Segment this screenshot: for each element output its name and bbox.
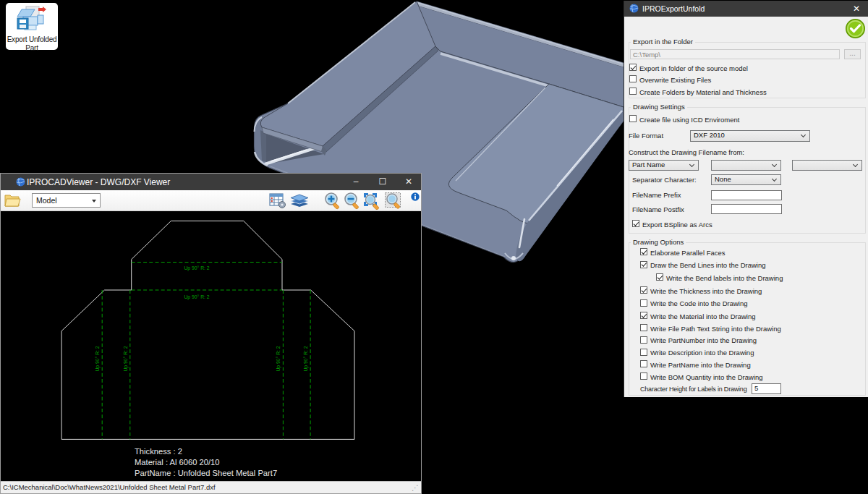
checkbox-option-9[interactable] [640,360,647,367]
postfix-label: FileName Postfix [632,205,684,213]
svg-text:Up 90° R: 2: Up 90° R: 2 [303,346,309,371]
svg-text:Up 90° R: 2: Up 90° R: 2 [123,346,129,371]
dialog-title: IPROExportUnfold [642,4,705,13]
checkbox-option-5[interactable] [640,312,647,319]
viewer-maximize-button[interactable]: ☐ [372,174,393,190]
separator-combo[interactable]: None [711,174,781,185]
export-unfold-dialog: IPROExportUnfold ✕ Export in the Folder … [624,1,868,397]
checkbox-label: Create Folders by Material and Thickness [639,88,767,96]
prefix-input[interactable] [711,190,782,200]
checkbox-option-8[interactable] [640,349,647,356]
checkbox-option-label: Draw the Bend Lines into the Drawing [650,261,765,269]
viewer-minimize-button[interactable]: – [345,174,367,190]
checkbox-option-label: Write PartNumber into the Drawing [650,336,757,344]
checkbox-option-3[interactable] [640,286,647,294]
dialog-titlebar[interactable]: IPROExportUnfold ✕ [624,1,868,17]
checkbox-option-label: Write PartName into the Drawing [650,361,751,369]
svg-text:Up 90° R: 2: Up 90° R: 2 [184,265,209,271]
table-settings-icon[interactable] [268,192,286,209]
zoom-dynamic-icon[interactable] [362,192,383,210]
prefix-label: FileName Prefix [632,191,681,199]
export-unfolded-part-button[interactable]: Export Unfolded Part [6,3,58,50]
svg-text:PartName : Unfolded Sheet Meta: PartName : Unfolded Sheet Metal Part7 [135,469,277,477]
checkbox-option-7[interactable] [640,336,647,344]
checkbox-label: Export BSpline as Arcs [642,221,712,229]
file-format-value: DXF 2010 [694,131,725,139]
confirm-button[interactable] [846,19,865,38]
chevron-down-icon [772,161,777,166]
checkbox-option-6[interactable] [640,324,647,331]
export-path-field[interactable]: C:\Temp\ [630,49,840,59]
zoom-window-icon[interactable] [384,192,404,210]
chevron-down-icon [689,161,694,166]
dialog-close-button[interactable]: ✕ [845,1,868,17]
checkbox-icd-environment[interactable] [629,115,637,122]
drawing-options-group-label: Drawing Options [631,238,686,246]
viewer-toolbar: Model [1,190,421,211]
viewer-statusbar: C:\ICMechanical\Doc\WhatNews2021\Unfolde… [1,481,421,493]
checkbox-overwrite-existing[interactable] [629,75,637,82]
zoom-in-icon[interactable] [323,192,342,210]
unfolded-drawing: Up 90° R: 2 Up 90° R: 2 Up 90° R: 2 Up 9… [1,211,421,482]
checkbox-option-label: Write the Bend labels into the Drawing [666,274,783,282]
chevron-down-icon [853,161,858,166]
separator-label: Separator Character: [632,176,697,184]
construct-label: Construct the Drawing Filename from: [629,148,744,156]
filename-combo-1-value: Part Name [632,161,665,169]
info-icon[interactable] [411,192,420,201]
chevron-down-icon [772,176,777,181]
postfix-input[interactable] [711,204,782,214]
checkbox-option-1[interactable] [640,261,647,268]
viewer-window: IPROCADViewer - DWG/DXF Viewer – ☐ ✕ Mod… [0,173,422,494]
browse-button[interactable]: ... [844,49,861,59]
svg-text:Thickness : 2: Thickness : 2 [135,447,182,456]
unfold-outline [61,221,354,440]
checkbox-label: Create file using ICD Enviroment [639,116,739,124]
bend-labels: Up 90° R: 2 Up 90° R: 2 Up 90° R: 2 Up 9… [95,265,309,372]
export-unfolded-part-icon [16,5,48,31]
svg-text:Up 90° R: 2: Up 90° R: 2 [95,346,101,371]
svg-text:Up 90° R: 2: Up 90° R: 2 [276,346,281,371]
layers-icon[interactable] [289,193,310,208]
checkbox-option-label: Write File Path Text String into the Dra… [650,325,781,333]
char-height-input[interactable]: 5 [752,383,781,394]
model-combobox-value: Model [36,196,57,205]
filename-combo-1[interactable]: Part Name [629,160,699,171]
viewer-close-button[interactable]: ✕ [398,174,420,190]
model-combobox[interactable]: Model [32,193,101,208]
viewer-titlebar[interactable]: IPROCADViewer - DWG/DXF Viewer – ☐ ✕ [1,174,421,190]
checkbox-option-label: Write the Code into the Drawing [650,299,747,307]
viewer-canvas[interactable]: Up 90° R: 2 Up 90° R: 2 Up 90° R: 2 Up 9… [1,211,421,482]
resize-grip-icon[interactable]: ⋰ [412,484,420,493]
file-format-label: File Format [629,132,663,140]
viewer-app-icon [16,177,25,187]
separator-combo-value: None [715,175,731,183]
zoom-out-icon[interactable] [343,192,362,210]
viewer-title: IPROCADViewer - DWG/DXF Viewer [27,177,170,187]
checkbox-label: Export in folder of the source model [639,64,748,72]
checkbox-option-10[interactable] [640,372,647,380]
open-folder-icon[interactable] [4,192,22,208]
chevron-down-icon [801,132,806,137]
checkbox-bspline-arcs[interactable] [632,220,639,227]
file-format-combo[interactable]: DXF 2010 [690,130,810,142]
filename-combo-3[interactable] [792,160,862,171]
checkbox-create-folders[interactable] [629,88,637,95]
svg-text:Up 90° R: 2: Up 90° R: 2 [184,294,209,300]
checkbox-option-label: Elaborate Parallel Faces [650,249,726,257]
combo-arrow-icon [92,200,96,203]
checkbox-label: Overwrite Existing Files [639,76,711,84]
filename-combo-2[interactable] [711,160,781,171]
char-height-label: Character Height for Labels in Drawing [640,386,746,393]
checkbox-option-2[interactable] [656,273,663,281]
export-button-label-line2: Part [6,44,58,53]
checkbox-option-4[interactable] [640,299,647,307]
checkbox-export-source-folder[interactable] [629,64,637,71]
export-button-label-line1: Export Unfolded [6,35,58,44]
checkbox-option-label: Write the Thickness into the Drawing [650,287,762,295]
checkbox-option-label: Write BOM Quantity into the Drawing [650,373,763,381]
export-folder-group-label: Export in the Folder [631,38,695,46]
drawing-info-text: Thickness : 2 Material : Al 6060 20/10 P… [135,447,277,477]
dialog-app-icon [629,4,639,13]
checkbox-option-0[interactable] [640,248,647,255]
